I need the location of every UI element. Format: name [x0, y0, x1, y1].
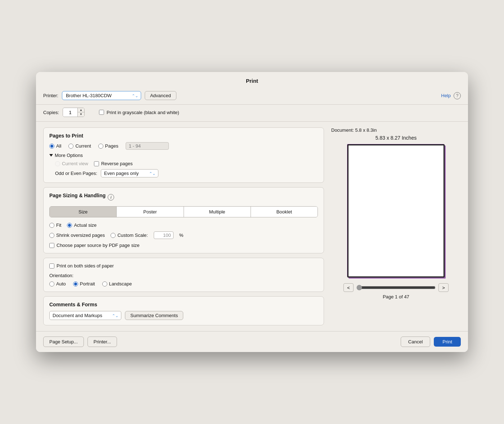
all-radio-item[interactable]: All — [49, 143, 61, 149]
copies-increment-button[interactable]: ▲ — [78, 108, 84, 112]
tab-booklet[interactable]: Booklet — [251, 207, 318, 217]
bottom-bar: Page Setup... Printer... Cancel Print — [36, 331, 468, 352]
page-sizing-section: Page Sizing & Handling i Size Poster Mul… — [43, 187, 324, 253]
reverse-pages-label: Reverse pages — [101, 161, 132, 166]
fit-radio-item[interactable]: Fit — [49, 222, 61, 228]
pages-to-print-section: Pages to Print All Current Pages — [43, 127, 324, 183]
advanced-button[interactable]: Advanced — [145, 91, 176, 100]
page-sizing-tabs: Size Poster Multiple Booklet — [49, 206, 318, 217]
current-view-radio[interactable] — [55, 161, 60, 166]
bottom-right: Cancel Print — [401, 337, 461, 347]
orientation-section: Orientation: Auto Portrait Landscape — [49, 273, 318, 287]
portrait-orientation-radio[interactable] — [73, 281, 78, 287]
page-slider[interactable] — [356, 285, 436, 290]
print-button[interactable]: Print — [434, 337, 461, 347]
odd-even-select[interactable]: All Pages Odd pages only Even pages only — [101, 169, 158, 177]
printer-row: Printer: Brother HL-3180CDW PDF Other Pr… — [43, 91, 437, 100]
pages-to-print-title: Pages to Print — [49, 133, 318, 139]
copies-input[interactable] — [63, 109, 77, 116]
auto-orientation-radio[interactable] — [49, 281, 54, 287]
page-setup-button[interactable]: Page Setup... — [43, 337, 84, 347]
shrink-label: Shrink oversized pages — [56, 233, 105, 238]
shrink-radio-item[interactable]: Shrink oversized pages — [49, 233, 105, 238]
more-options-content: Current view Reverse pages Odd or Even P… — [49, 161, 318, 177]
more-options-toggle[interactable]: More Options — [49, 153, 318, 158]
current-view-label: Current view — [62, 161, 88, 166]
pages-range-input[interactable] — [126, 142, 169, 150]
comments-forms-section: Comments & Forms Document Document and M… — [43, 296, 324, 325]
choose-paper-checkbox-item[interactable]: Choose paper source by PDF page size — [49, 243, 140, 248]
grayscale-checkbox[interactable] — [99, 110, 104, 115]
odd-even-select-wrapper: All Pages Odd pages only Even pages only… — [101, 169, 158, 177]
fit-radio[interactable] — [49, 223, 54, 228]
landscape-orientation-item[interactable]: Landscape — [102, 281, 132, 287]
actual-size-radio[interactable] — [67, 223, 72, 228]
all-label: All — [56, 143, 61, 149]
tab-size[interactable]: Size — [50, 207, 117, 217]
page-preview — [347, 144, 445, 278]
pages-radio[interactable] — [98, 144, 103, 149]
current-radio-item[interactable]: Current — [68, 143, 91, 149]
summarize-comments-button[interactable]: Summarize Comments — [125, 311, 183, 320]
tab-poster[interactable]: Poster — [117, 207, 184, 217]
choose-paper-checkbox[interactable] — [49, 243, 54, 248]
custom-scale-input[interactable] — [154, 231, 174, 239]
actual-size-label: Actual size — [74, 222, 96, 228]
odd-even-label: Odd or Even Pages: — [55, 171, 97, 176]
comments-forms-select[interactable]: Document Document and Markups Document a… — [49, 311, 121, 320]
comments-select-wrapper: Document Document and Markups Document a… — [49, 311, 121, 320]
all-radio[interactable] — [49, 144, 54, 149]
shrink-radio[interactable] — [49, 233, 54, 238]
landscape-label: Landscape — [109, 281, 132, 287]
custom-scale-radio[interactable] — [111, 233, 116, 238]
printer-select-wrapper: Brother HL-3180CDW PDF Other Printer... … — [62, 91, 141, 100]
page-counter: Page 1 of 47 — [383, 294, 409, 299]
print-dialog: Print Printer: Brother HL-3180CDW PDF Ot… — [36, 72, 468, 352]
copies-bar: Copies: ▲ ▼ Print in grayscale (black an… — [36, 105, 468, 122]
sizing-options: Fit Actual size Shrink oversized pages — [49, 222, 318, 248]
custom-scale-radio-item[interactable]: Custom Scale: — [111, 233, 148, 238]
custom-scale-unit: % — [179, 233, 184, 238]
printer-button[interactable]: Printer... — [87, 337, 117, 347]
both-sides-checkbox-item[interactable]: Print on both sides of paper — [49, 263, 114, 269]
print-both-row: Print on both sides of paper — [49, 263, 318, 269]
reverse-pages-checkbox-item[interactable]: Reverse pages — [94, 161, 132, 166]
tab-multiple[interactable]: Multiple — [184, 207, 251, 217]
info-icon[interactable]: i — [108, 194, 114, 200]
preview-prev-button[interactable]: < — [343, 283, 354, 292]
pages-label: Pages — [105, 143, 118, 149]
orientation-label: Orientation: — [49, 273, 73, 278]
more-options-label: More Options — [55, 153, 83, 158]
help-circle-icon[interactable]: ? — [454, 92, 461, 99]
page-size-label: 5.83 x 8.27 Inches — [375, 135, 417, 141]
document-info: Document: 5.8 x 8.3in — [331, 127, 377, 133]
help-link[interactable]: Help — [441, 93, 451, 98]
cancel-button[interactable]: Cancel — [401, 337, 430, 347]
printer-label: Printer: — [43, 93, 58, 98]
reverse-pages-checkbox[interactable] — [94, 161, 99, 166]
portrait-orientation-item[interactable]: Portrait — [73, 281, 95, 287]
current-view-radio-item[interactable]: Current view — [55, 161, 88, 166]
page-sizing-title: Page Sizing & Handling — [49, 193, 105, 198]
actual-size-radio-item[interactable]: Actual size — [67, 222, 96, 228]
both-sides-label: Print on both sides of paper — [57, 263, 114, 269]
page-sizing-title-row: Page Sizing & Handling i — [49, 193, 318, 202]
grayscale-label: Print in grayscale (black and white) — [107, 110, 179, 115]
odd-even-row: Odd or Even Pages: All Pages Odd pages o… — [55, 169, 318, 177]
top-bar: Printer: Brother HL-3180CDW PDF Other Pr… — [36, 88, 468, 105]
current-label: Current — [75, 143, 91, 149]
comments-forms-title: Comments & Forms — [49, 302, 318, 307]
both-sides-checkbox[interactable] — [49, 263, 54, 269]
dialog-title: Print — [36, 72, 468, 88]
preview-nav-row: < > — [331, 283, 461, 292]
choose-paper-label: Choose paper source by PDF page size — [57, 243, 140, 248]
pages-radio-item[interactable]: Pages — [98, 143, 118, 149]
landscape-orientation-radio[interactable] — [102, 281, 107, 287]
current-radio[interactable] — [68, 144, 73, 149]
fit-label: Fit — [56, 222, 61, 228]
copies-decrement-button[interactable]: ▼ — [78, 112, 84, 117]
auto-orientation-item[interactable]: Auto — [49, 281, 66, 287]
auto-label: Auto — [56, 281, 66, 287]
printer-select[interactable]: Brother HL-3180CDW PDF Other Printer... — [62, 91, 141, 100]
preview-next-button[interactable]: > — [438, 283, 449, 292]
